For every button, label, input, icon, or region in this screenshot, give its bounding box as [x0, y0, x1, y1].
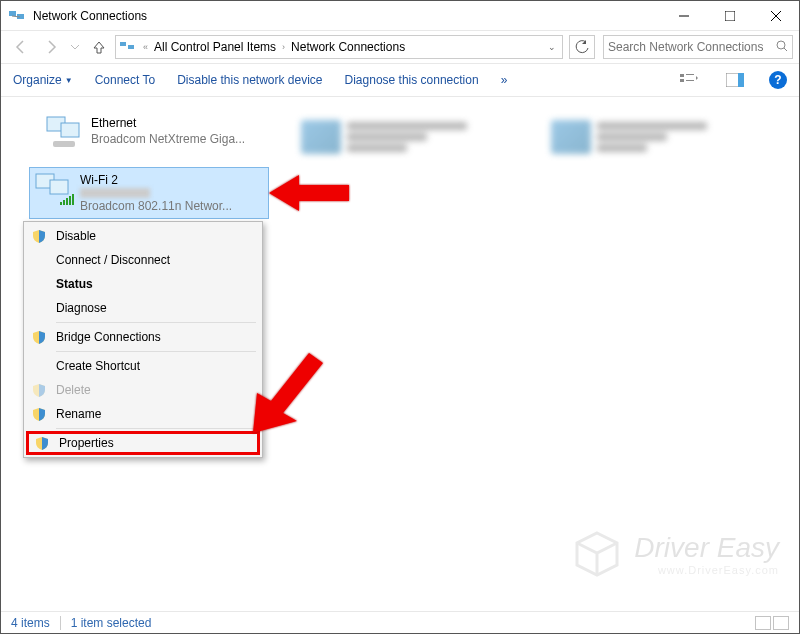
svg-rect-7 — [120, 42, 126, 46]
shield-icon — [32, 383, 46, 397]
ctx-rename[interactable]: Rename — [26, 402, 260, 426]
large-icons-view-icon[interactable] — [773, 616, 789, 630]
connection-device: Broadcom NetXtreme Giga... — [91, 131, 245, 147]
details-view-icon[interactable] — [755, 616, 771, 630]
svg-marker-22 — [269, 175, 349, 211]
address-dropdown[interactable]: ⌄ — [542, 42, 562, 52]
svg-rect-11 — [680, 74, 684, 77]
chevron-icon: « — [143, 42, 148, 52]
context-menu: Disable Connect / Disconnect Status Diag… — [23, 221, 263, 458]
ctx-status[interactable]: Status — [26, 272, 260, 296]
connection-name: Wi-Fi 2 — [80, 172, 232, 188]
status-bar: 4 items 1 item selected — [1, 611, 799, 633]
search-input[interactable] — [608, 40, 776, 54]
view-options-button[interactable] — [677, 69, 701, 91]
title-bar: Network Connections — [1, 1, 799, 31]
separator — [56, 322, 256, 323]
ctx-properties[interactable]: Properties — [26, 431, 260, 455]
svg-rect-18 — [61, 123, 79, 137]
preview-pane-button[interactable] — [723, 69, 747, 91]
ctx-bridge[interactable]: Bridge Connections — [26, 325, 260, 349]
ctx-diagnose[interactable]: Diagnose — [26, 296, 260, 320]
help-button[interactable]: ? — [769, 71, 787, 89]
breadcrumb-item[interactable]: Network Connections — [288, 38, 408, 56]
diagnose-button[interactable]: Diagnose this connection — [345, 73, 479, 87]
connection-name: Ethernet — [91, 115, 245, 131]
ctx-shortcut[interactable]: Create Shortcut — [26, 354, 260, 378]
separator — [56, 428, 256, 429]
signal-icon — [60, 194, 74, 205]
svg-rect-21 — [50, 180, 68, 194]
shield-icon — [35, 436, 49, 450]
svg-line-10 — [784, 48, 787, 51]
connection-ethernet[interactable]: Ethernet Broadcom NetXtreme Giga... — [41, 111, 281, 155]
back-button[interactable] — [7, 34, 35, 60]
up-button[interactable] — [85, 34, 113, 60]
search-box[interactable] — [603, 35, 793, 59]
svg-rect-14 — [686, 80, 694, 81]
connection-blurred[interactable] — [301, 113, 521, 161]
ctx-connect[interactable]: Connect / Disconnect — [26, 248, 260, 272]
refresh-button[interactable] — [569, 35, 595, 59]
selection-count: 1 item selected — [71, 616, 152, 630]
connection-blurred[interactable] — [551, 113, 771, 161]
breadcrumb-item[interactable]: All Control Panel Items — [151, 38, 279, 56]
svg-rect-13 — [686, 74, 694, 75]
svg-point-9 — [777, 41, 785, 49]
shield-icon — [32, 229, 46, 243]
svg-rect-0 — [9, 11, 16, 16]
forward-button[interactable] — [37, 34, 65, 60]
separator — [60, 616, 61, 630]
connection-status — [80, 188, 150, 198]
search-icon[interactable] — [776, 40, 788, 55]
ethernet-icon — [45, 115, 85, 151]
nav-bar: « All Control Panel Items › Network Conn… — [1, 31, 799, 63]
watermark: Driver Easy www.DriverEasy.com — [572, 529, 779, 579]
address-icon — [120, 39, 136, 55]
organize-menu[interactable]: Organize▼ — [13, 73, 73, 87]
recent-dropdown[interactable] — [67, 34, 83, 60]
item-count: 4 items — [11, 616, 50, 630]
connection-device: Broadcom 802.11n Networ... — [80, 198, 232, 214]
svg-rect-4 — [725, 11, 735, 21]
view-switcher[interactable] — [753, 616, 789, 630]
shield-icon — [32, 330, 46, 344]
connect-to-button[interactable]: Connect To — [95, 73, 156, 87]
window-title: Network Connections — [33, 9, 661, 23]
address-bar[interactable]: « All Control Panel Items › Network Conn… — [115, 35, 563, 59]
ctx-disable[interactable]: Disable — [26, 224, 260, 248]
connection-wifi2[interactable]: Wi-Fi 2 Broadcom 802.11n Networ... — [29, 167, 269, 219]
command-bar: Organize▼ Connect To Disable this networ… — [1, 63, 799, 97]
chevron-right-icon: › — [282, 42, 285, 52]
svg-marker-23 — [253, 353, 323, 433]
close-button[interactable] — [753, 1, 799, 31]
more-commands[interactable]: » — [501, 73, 508, 87]
minimize-button[interactable] — [661, 1, 707, 31]
window-controls — [661, 1, 799, 31]
ctx-delete[interactable]: Delete — [26, 378, 260, 402]
maximize-button[interactable] — [707, 1, 753, 31]
svg-rect-12 — [680, 79, 684, 82]
shield-icon — [32, 407, 46, 421]
app-icon — [9, 8, 25, 24]
disable-device-button[interactable]: Disable this network device — [177, 73, 322, 87]
arrow-annotation — [269, 171, 349, 219]
svg-rect-8 — [128, 45, 134, 49]
svg-rect-19 — [53, 141, 75, 147]
content-area: Ethernet Broadcom NetXtreme Giga... Wi-F… — [1, 97, 799, 611]
separator — [56, 351, 256, 352]
arrow-annotation — [253, 343, 323, 437]
chevron-down-icon: ▼ — [65, 76, 73, 85]
wifi-icon — [34, 172, 74, 208]
svg-rect-16 — [738, 73, 744, 87]
